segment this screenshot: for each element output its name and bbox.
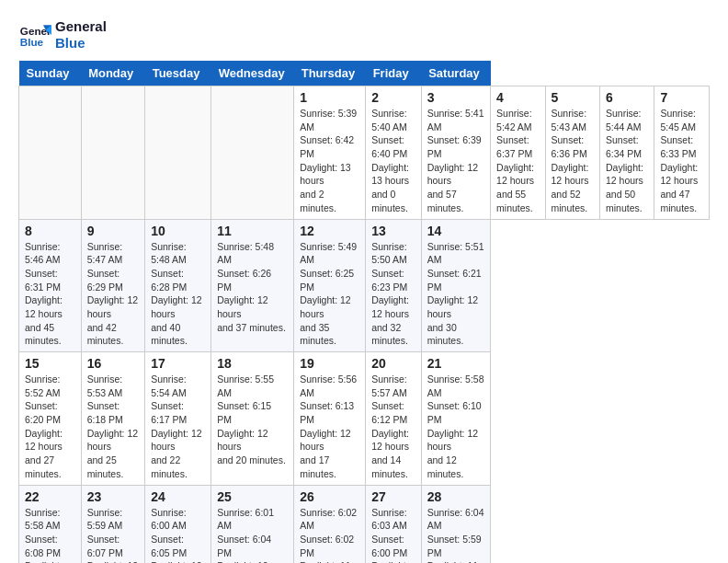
logo: General Blue GeneralBlue xyxy=(18,18,107,52)
day-number: 14 xyxy=(427,224,484,238)
weekday-header-thursday: Thursday xyxy=(294,61,366,86)
calendar-cell: 5Sunrise: 5:43 AMSunset: 6:36 PMDaylight… xyxy=(545,86,599,220)
weekday-header-friday: Friday xyxy=(366,61,422,86)
day-info: Sunrise: 5:39 AMSunset: 6:42 PMDaylight:… xyxy=(300,107,359,215)
day-info: Sunrise: 5:59 AMSunset: 6:07 PMDaylight:… xyxy=(87,506,140,564)
calendar-week-2: 8Sunrise: 5:46 AMSunset: 6:31 PMDaylight… xyxy=(19,219,710,352)
day-number: 5 xyxy=(552,90,594,105)
day-info: Sunrise: 5:58 AMSunset: 6:08 PMDaylight:… xyxy=(25,506,75,564)
day-number: 26 xyxy=(300,489,359,504)
calendar-cell: 20Sunrise: 5:57 AMSunset: 6:12 PMDayligh… xyxy=(366,352,422,486)
day-info: Sunrise: 5:53 AMSunset: 6:18 PMDaylight:… xyxy=(87,373,140,481)
day-number: 15 xyxy=(25,356,75,371)
day-info: Sunrise: 5:50 AMSunset: 6:23 PMDaylight:… xyxy=(371,240,415,349)
calendar-cell: 2Sunrise: 5:40 AMSunset: 6:40 PMDaylight… xyxy=(366,86,422,220)
day-info: Sunrise: 5:42 AMSunset: 6:37 PMDaylight:… xyxy=(496,107,539,215)
day-info: Sunrise: 5:57 AMSunset: 6:12 PMDaylight:… xyxy=(371,373,415,481)
calendar-cell: 11Sunrise: 5:48 AMSunset: 6:26 PMDayligh… xyxy=(211,219,294,352)
calendar-cell: 16Sunrise: 5:53 AMSunset: 6:18 PMDayligh… xyxy=(81,352,145,486)
calendar-cell: 18Sunrise: 5:55 AMSunset: 6:15 PMDayligh… xyxy=(211,352,294,486)
day-info: Sunrise: 5:54 AMSunset: 6:17 PMDaylight:… xyxy=(151,373,205,481)
day-number: 17 xyxy=(151,356,205,371)
day-number: 12 xyxy=(300,224,359,238)
calendar-cell: 22Sunrise: 5:58 AMSunset: 6:08 PMDayligh… xyxy=(19,485,82,563)
calendar-cell: 23Sunrise: 5:59 AMSunset: 6:07 PMDayligh… xyxy=(81,485,145,563)
calendar-cell: 10Sunrise: 5:48 AMSunset: 6:28 PMDayligh… xyxy=(145,219,211,352)
day-info: Sunrise: 5:48 AMSunset: 6:26 PMDaylight:… xyxy=(217,240,288,335)
calendar-cell xyxy=(145,86,211,220)
day-info: Sunrise: 6:03 AMSunset: 6:00 PMDaylight:… xyxy=(371,506,415,564)
weekday-header-tuesday: Tuesday xyxy=(145,61,211,86)
day-info: Sunrise: 5:47 AMSunset: 6:29 PMDaylight:… xyxy=(87,240,140,349)
calendar-week-3: 15Sunrise: 5:52 AMSunset: 6:20 PMDayligh… xyxy=(19,352,710,486)
day-number: 20 xyxy=(371,356,415,371)
day-number: 13 xyxy=(371,224,415,238)
day-info: Sunrise: 5:43 AMSunset: 6:36 PMDaylight:… xyxy=(552,107,594,215)
day-info: Sunrise: 5:40 AMSunset: 6:40 PMDaylight:… xyxy=(371,107,415,215)
day-number: 21 xyxy=(427,356,484,371)
day-number: 3 xyxy=(427,90,484,105)
day-info: Sunrise: 5:48 AMSunset: 6:28 PMDaylight:… xyxy=(151,240,205,349)
day-info: Sunrise: 5:46 AMSunset: 6:31 PMDaylight:… xyxy=(25,240,75,349)
page-header: General Blue GeneralBlue xyxy=(18,18,710,52)
day-info: Sunrise: 6:04 AMSunset: 5:59 PMDaylight:… xyxy=(427,506,484,564)
calendar-cell: 21Sunrise: 5:58 AMSunset: 6:10 PMDayligh… xyxy=(421,352,490,486)
calendar-cell xyxy=(81,86,145,220)
calendar-cell: 28Sunrise: 6:04 AMSunset: 5:59 PMDayligh… xyxy=(421,485,490,563)
day-info: Sunrise: 6:02 AMSunset: 6:02 PMDaylight:… xyxy=(300,506,359,564)
svg-text:Blue: Blue xyxy=(20,36,44,48)
calendar-cell xyxy=(19,86,82,220)
day-info: Sunrise: 5:49 AMSunset: 6:25 PMDaylight:… xyxy=(300,240,359,349)
day-number: 6 xyxy=(606,90,648,105)
calendar-week-1: 1Sunrise: 5:39 AMSunset: 6:42 PMDaylight… xyxy=(19,86,710,220)
day-info: Sunrise: 5:45 AMSunset: 6:33 PMDaylight:… xyxy=(660,107,703,215)
calendar-cell: 9Sunrise: 5:47 AMSunset: 6:29 PMDaylight… xyxy=(81,219,145,352)
day-number: 11 xyxy=(217,224,288,238)
day-number: 7 xyxy=(660,90,703,105)
day-number: 28 xyxy=(427,489,484,504)
day-number: 16 xyxy=(87,356,140,371)
day-info: Sunrise: 5:56 AMSunset: 6:13 PMDaylight:… xyxy=(300,373,359,481)
calendar-cell: 1Sunrise: 5:39 AMSunset: 6:42 PMDaylight… xyxy=(294,86,366,220)
day-number: 22 xyxy=(25,489,75,504)
calendar-cell: 13Sunrise: 5:50 AMSunset: 6:23 PMDayligh… xyxy=(366,219,422,352)
day-info: Sunrise: 5:44 AMSunset: 6:34 PMDaylight:… xyxy=(606,107,648,215)
day-info: Sunrise: 6:00 AMSunset: 6:05 PMDaylight:… xyxy=(151,506,205,564)
calendar-cell: 8Sunrise: 5:46 AMSunset: 6:31 PMDaylight… xyxy=(19,219,82,352)
day-number: 10 xyxy=(151,224,205,238)
weekday-header-sunday: Sunday xyxy=(19,61,82,86)
weekday-header-monday: Monday xyxy=(81,61,145,86)
calendar-table: SundayMondayTuesdayWednesdayThursdayFrid… xyxy=(18,61,710,563)
calendar-cell: 25Sunrise: 6:01 AMSunset: 6:04 PMDayligh… xyxy=(211,485,294,563)
day-number: 8 xyxy=(25,224,75,238)
calendar-cell xyxy=(211,86,294,220)
day-number: 1 xyxy=(300,90,359,105)
day-number: 9 xyxy=(87,224,140,238)
day-number: 19 xyxy=(300,356,359,371)
calendar-cell: 27Sunrise: 6:03 AMSunset: 6:00 PMDayligh… xyxy=(366,485,422,563)
day-number: 4 xyxy=(496,90,539,105)
calendar-cell: 14Sunrise: 5:51 AMSunset: 6:21 PMDayligh… xyxy=(421,219,490,352)
day-number: 2 xyxy=(371,90,415,105)
logo-text: GeneralBlue xyxy=(55,18,107,52)
day-number: 25 xyxy=(217,489,288,504)
day-number: 27 xyxy=(371,489,415,504)
weekday-header-wednesday: Wednesday xyxy=(211,61,294,86)
calendar-cell: 6Sunrise: 5:44 AMSunset: 6:34 PMDaylight… xyxy=(599,86,654,220)
calendar-cell: 19Sunrise: 5:56 AMSunset: 6:13 PMDayligh… xyxy=(294,352,366,486)
day-info: Sunrise: 5:55 AMSunset: 6:15 PMDaylight:… xyxy=(217,373,288,467)
day-number: 18 xyxy=(217,356,288,371)
calendar-cell: 4Sunrise: 5:42 AMSunset: 6:37 PMDaylight… xyxy=(491,86,545,220)
logo-icon: General Blue xyxy=(18,18,51,52)
calendar-cell: 15Sunrise: 5:52 AMSunset: 6:20 PMDayligh… xyxy=(19,352,82,486)
day-number: 23 xyxy=(87,489,140,504)
day-info: Sunrise: 6:01 AMSunset: 6:04 PMDaylight:… xyxy=(217,506,288,564)
day-number: 24 xyxy=(151,489,205,504)
calendar-cell: 24Sunrise: 6:00 AMSunset: 6:05 PMDayligh… xyxy=(145,485,211,563)
day-info: Sunrise: 5:41 AMSunset: 6:39 PMDaylight:… xyxy=(427,107,484,215)
calendar-cell: 12Sunrise: 5:49 AMSunset: 6:25 PMDayligh… xyxy=(294,219,366,352)
calendar-cell: 26Sunrise: 6:02 AMSunset: 6:02 PMDayligh… xyxy=(294,485,366,563)
day-info: Sunrise: 5:51 AMSunset: 6:21 PMDaylight:… xyxy=(427,240,484,349)
calendar-week-4: 22Sunrise: 5:58 AMSunset: 6:08 PMDayligh… xyxy=(19,485,710,563)
weekday-header-saturday: Saturday xyxy=(421,61,490,86)
